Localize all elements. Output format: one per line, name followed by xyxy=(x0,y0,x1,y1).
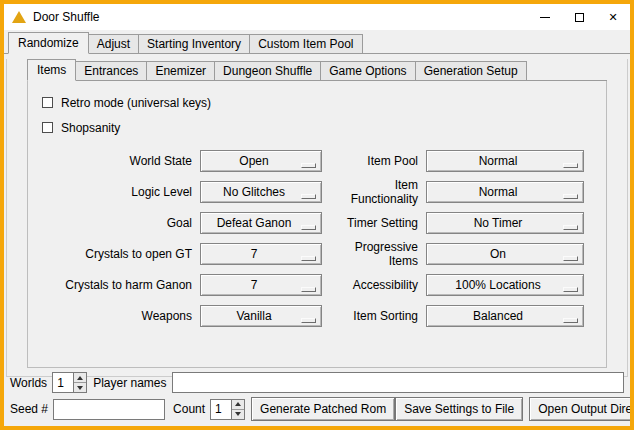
item-functionality-label: Item Functionality xyxy=(324,178,426,206)
crystals-gt-dropdown[interactable]: 7 xyxy=(200,243,322,265)
dropdown-indicator-icon xyxy=(563,163,578,168)
spinner-up-button[interactable] xyxy=(74,373,86,383)
app-window: Door Shuffle ✕ Randomize Adjust Starting… xyxy=(0,0,634,430)
bottom-controls: Worlds 1 Player names Seed # Count 1 xyxy=(10,368,624,421)
crystals-ganon-dropdown[interactable]: 7 xyxy=(200,274,322,296)
crystals-ganon-label: Crystals to harm Ganon xyxy=(40,278,200,292)
dropdown-value: 7 xyxy=(251,247,272,261)
tab-starting-inventory[interactable]: Starting Inventory xyxy=(138,34,250,53)
primary-tab-bar: Randomize Adjust Starting Inventory Cust… xyxy=(4,32,630,54)
logic-level-dropdown[interactable]: No Glitches xyxy=(200,181,322,203)
items-panel: Retro mode (universal keys) Shopsanity W… xyxy=(27,81,607,368)
dropdown-indicator-icon xyxy=(563,225,578,230)
timer-setting-label: Timer Setting xyxy=(324,216,426,230)
timer-setting-dropdown[interactable]: No Timer xyxy=(426,212,584,234)
randomize-panel: Items Entrances Enemizer Dungeon Shuffle… xyxy=(6,59,628,377)
weapons-label: Weapons xyxy=(40,309,200,323)
dropdown-indicator-icon xyxy=(301,318,316,323)
tab-entrances[interactable]: Entrances xyxy=(75,61,147,80)
goal-dropdown[interactable]: Defeat Ganon xyxy=(200,212,322,234)
dropdown-indicator-icon xyxy=(301,256,316,261)
checkbox-icon[interactable] xyxy=(42,122,53,133)
maximize-button[interactable] xyxy=(562,4,596,30)
dropdown-value: No Timer xyxy=(474,216,537,230)
close-icon: ✕ xyxy=(608,12,617,23)
dropdown-value: Open xyxy=(239,154,282,168)
dropdown-value: No Glitches xyxy=(223,185,299,199)
retro-mode-checkbox[interactable]: Retro mode (universal keys) xyxy=(42,90,606,115)
accessibility-label: Accessibility xyxy=(324,278,426,292)
seed-label: Seed # xyxy=(10,402,53,416)
dropdown-value: Vanilla xyxy=(236,309,285,323)
save-settings-button[interactable]: Save Settings to File xyxy=(395,397,523,421)
setting-row: Weapons Vanilla Item Sorting Balanced xyxy=(40,300,606,331)
dropdown-value: Normal xyxy=(479,185,532,199)
retro-mode-label: Retro mode (universal keys) xyxy=(61,96,211,110)
spinner-down-button[interactable] xyxy=(232,410,244,419)
tab-game-options[interactable]: Game Options xyxy=(320,61,415,80)
arrow-down-icon xyxy=(77,386,83,390)
shopsanity-checkbox[interactable]: Shopsanity xyxy=(42,115,606,140)
tab-custom-item-pool[interactable]: Custom Item Pool xyxy=(249,34,362,53)
setting-row: Crystals to open GT 7 Progressive Items … xyxy=(40,238,606,269)
tab-randomize[interactable]: Randomize xyxy=(8,32,89,54)
window-title: Door Shuffle xyxy=(33,10,100,24)
crystals-gt-label: Crystals to open GT xyxy=(40,247,200,261)
item-functionality-dropdown[interactable]: Normal xyxy=(426,181,584,203)
dropdown-indicator-icon xyxy=(563,256,578,261)
tab-adjust[interactable]: Adjust xyxy=(88,34,139,53)
item-sorting-label: Item Sorting xyxy=(324,309,426,323)
setting-row: World State Open Item Pool Normal xyxy=(40,145,606,176)
title-bar[interactable]: Door Shuffle ✕ xyxy=(4,4,630,30)
player-names-input[interactable] xyxy=(172,372,625,393)
spinner-down-button[interactable] xyxy=(74,383,86,392)
count-value: 1 xyxy=(211,400,231,419)
dropdown-value: Balanced xyxy=(473,309,537,323)
worlds-value: 1 xyxy=(53,373,73,392)
worlds-label: Worlds xyxy=(10,376,52,390)
count-label: Count xyxy=(173,402,210,416)
close-button[interactable]: ✕ xyxy=(596,4,630,30)
dropdown-indicator-icon xyxy=(301,287,316,292)
settings-grid: World State Open Item Pool Normal Logic … xyxy=(40,145,606,331)
tab-generation-setup[interactable]: Generation Setup xyxy=(415,61,527,80)
dropdown-value: 7 xyxy=(251,278,272,292)
progressive-items-label: Progressive Items xyxy=(324,240,426,268)
weapons-dropdown[interactable]: Vanilla xyxy=(200,305,322,327)
seed-row: Seed # Count 1 Generate Patched Rom Save… xyxy=(10,397,624,421)
count-spinner[interactable]: 1 xyxy=(210,399,245,420)
setting-row: Logic Level No Glitches Item Functionali… xyxy=(40,176,606,207)
arrow-up-icon xyxy=(77,376,83,380)
seed-input[interactable] xyxy=(53,399,165,420)
dropdown-indicator-icon xyxy=(563,318,578,323)
spinner-up-button[interactable] xyxy=(232,400,244,410)
dropdown-value: Normal xyxy=(479,154,532,168)
player-names-label: Player names xyxy=(93,376,171,390)
accessibility-dropdown[interactable]: 100% Locations xyxy=(426,274,584,296)
dropdown-value: Defeat Ganon xyxy=(217,216,306,230)
open-output-button[interactable]: Open Output Directory xyxy=(529,397,630,421)
window-content: Randomize Adjust Starting Inventory Cust… xyxy=(4,30,630,426)
world-state-dropdown[interactable]: Open xyxy=(200,150,322,172)
dropdown-indicator-icon xyxy=(301,163,316,168)
arrow-down-icon xyxy=(235,412,241,416)
dropdown-indicator-icon xyxy=(301,194,316,199)
arrow-up-icon xyxy=(235,402,241,406)
generate-rom-button[interactable]: Generate Patched Rom xyxy=(251,397,395,421)
minimize-icon xyxy=(540,17,550,18)
item-sorting-dropdown[interactable]: Balanced xyxy=(426,305,584,327)
tab-dungeon-shuffle[interactable]: Dungeon Shuffle xyxy=(214,61,321,80)
checkbox-icon[interactable] xyxy=(42,97,53,108)
dropdown-indicator-icon xyxy=(563,287,578,292)
tab-enemizer[interactable]: Enemizer xyxy=(146,61,215,80)
dropdown-indicator-icon xyxy=(301,225,316,230)
app-icon xyxy=(12,11,26,23)
shopsanity-label: Shopsanity xyxy=(61,121,120,135)
tab-items[interactable]: Items xyxy=(27,59,76,81)
item-pool-dropdown[interactable]: Normal xyxy=(426,150,584,172)
world-state-label: World State xyxy=(40,154,200,168)
minimize-button[interactable] xyxy=(528,4,562,30)
worlds-spinner[interactable]: 1 xyxy=(52,372,87,393)
secondary-tab-bar: Items Entrances Enemizer Dungeon Shuffle… xyxy=(27,59,607,81)
progressive-items-dropdown[interactable]: On xyxy=(426,243,584,265)
